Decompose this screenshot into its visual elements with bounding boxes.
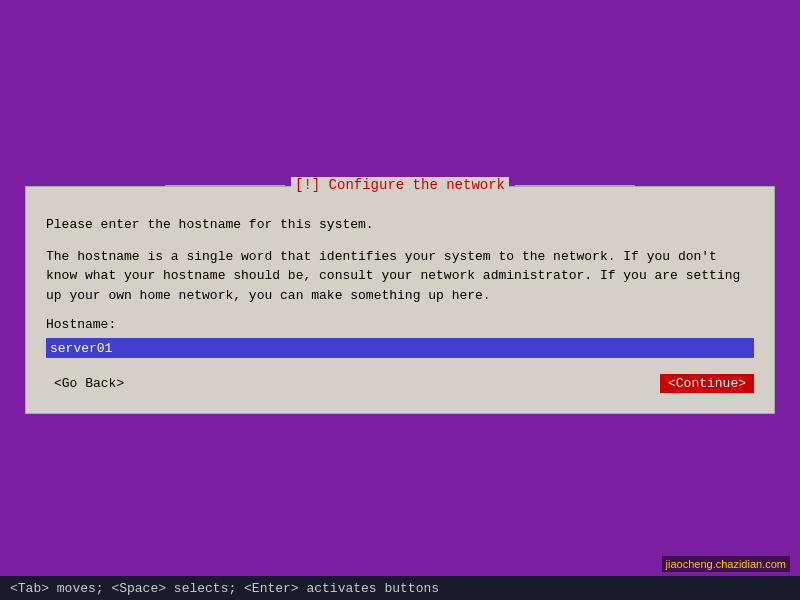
dialog-content: Please enter the hostname for this syste… [46,215,754,393]
dialog-title: [!] Configure the network [291,177,509,193]
watermark: jiaocheng.chazidian.com [662,556,790,572]
hostname-input-wrapper[interactable] [46,338,754,358]
bottom-bar: <Tab> moves; <Space> selects; <Enter> ac… [0,576,800,600]
hostname-input[interactable] [50,341,750,356]
title-line-right [515,185,635,186]
bottom-bar-text: <Tab> moves; <Space> selects; <Enter> ac… [10,581,439,596]
title-line-left [165,185,285,186]
description-line1: Please enter the hostname for this syste… [46,215,754,235]
description-line2: The hostname is a single word that ident… [46,247,754,306]
configure-network-dialog: [!] Configure the network Please enter t… [25,186,775,414]
continue-button[interactable]: <Continue> [660,374,754,393]
go-back-button[interactable]: <Go Back> [46,374,132,393]
button-row: <Go Back> <Continue> [46,374,754,393]
dialog-title-bar: [!] Configure the network [165,177,635,193]
hostname-label: Hostname: [46,317,754,332]
